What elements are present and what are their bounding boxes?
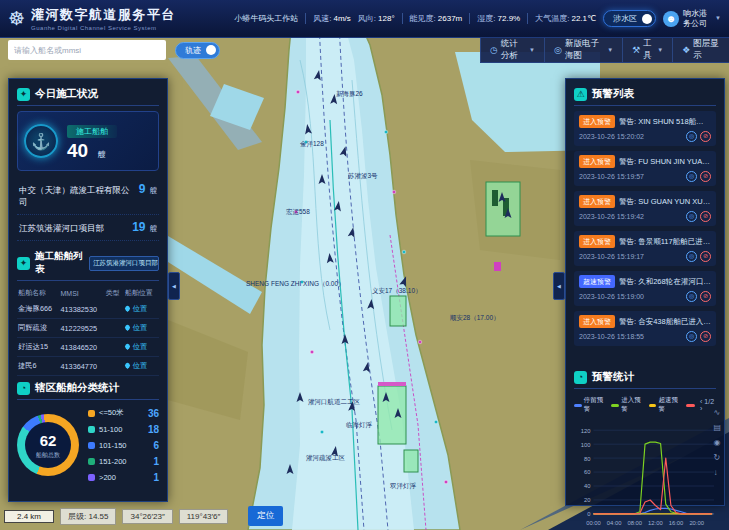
- alarm-bell-icon: ⚠: [574, 88, 587, 101]
- collapse-left-panel[interactable]: ◀: [168, 272, 180, 300]
- warning-time: 2023-10-26 15:18:55: [579, 333, 644, 340]
- dismiss-warning-icon[interactable]: ⊘: [700, 171, 711, 182]
- zone-toggle[interactable]: 涉水区: [603, 10, 656, 27]
- ship-type: [105, 338, 124, 357]
- latitude-readout: 34°26′23″: [122, 509, 172, 524]
- table-row[interactable]: 同辉疏浚412229525位置: [17, 319, 159, 338]
- location-link[interactable]: 位置: [133, 323, 148, 332]
- warning-item[interactable]: 进入预警警告: XIN SHUN 518船舶已进入【灌河口锚地】2023-10-…: [574, 111, 716, 146]
- moored-vessel: [492, 190, 498, 206]
- track-toggle[interactable]: 轨迹: [175, 42, 220, 59]
- series-name: 停留预警: [584, 396, 607, 414]
- legend-label: 151-200: [99, 457, 127, 466]
- table-row[interactable]: 宏海浚668413363556位置: [17, 376, 159, 377]
- track-vessel-icon[interactable]: ◎: [686, 211, 697, 222]
- track-vessel-icon[interactable]: ◎: [686, 291, 697, 302]
- unit-label: 艘: [150, 186, 158, 196]
- zone-toggle-label: 涉水区: [613, 13, 637, 24]
- svg-text:100: 100: [581, 442, 591, 448]
- ship-location-cell[interactable]: 位置: [124, 357, 159, 376]
- warning-stats-title: 预警统计: [592, 370, 634, 384]
- ship-location-cell[interactable]: 位置: [124, 376, 159, 377]
- menu-label: 统计分析: [501, 38, 526, 62]
- location-link[interactable]: 位置: [133, 304, 148, 313]
- menu-label: 新版电子海图: [565, 38, 604, 62]
- line-chart-icon[interactable]: ∿: [713, 409, 721, 417]
- table-header: 类型: [105, 286, 124, 300]
- map-label: 灌河口航道二工区: [308, 398, 361, 406]
- location-link[interactable]: 位置: [133, 342, 148, 351]
- data-view-icon[interactable]: ◉: [713, 439, 721, 447]
- track-vessel-icon[interactable]: ◎: [686, 331, 697, 342]
- dismiss-warning-icon[interactable]: ⊘: [700, 131, 711, 142]
- series-name: 进入预警: [621, 396, 644, 414]
- header-right: 小蟒牛码头工作站 风速:4m/s风向:128°能见度:2637m湿度:72.9%…: [234, 9, 721, 27]
- map-label: 宏运558: [286, 208, 310, 215]
- warning-item[interactable]: 超速预警警告: 久和268轮在灌河口2万吨级航道超速行驶2023-10-26 1…: [574, 271, 716, 306]
- dismiss-warning-icon[interactable]: ⊘: [700, 331, 711, 342]
- menu-item-2[interactable]: ◎新版电子海图▼: [544, 38, 622, 62]
- ship-table-wrap: 船舶名称MMSI类型船舶位置 金海豚666413382530位置同辉疏浚4122…: [17, 286, 159, 376]
- warning-item[interactable]: 进入预警警告: 合安438船舶已进入【灌河口锚地】2023-10-26 15:1…: [574, 311, 716, 346]
- ship-location-cell[interactable]: 位置: [124, 300, 159, 319]
- avatar: ☻: [663, 11, 679, 27]
- project-filter-select[interactable]: 江苏筑港灌河口项目部 ∨: [89, 256, 159, 271]
- pie-chart-icon: ◔: [17, 382, 30, 395]
- top-menubar: ◷统计分析▼◎新版电子海图▼⚒工具▼❖图层显示: [480, 38, 729, 63]
- construction-status-icon: ✦: [17, 88, 30, 101]
- bar-chart-icon[interactable]: ▤: [713, 424, 721, 432]
- station-label: 小蟒牛码头工作站: [234, 13, 298, 24]
- warning-time: 2023-10-26 15:19:00: [579, 293, 644, 300]
- series-marker: [686, 404, 695, 407]
- map-label: SHENG FENG ZHI XING（0.00）: [246, 280, 345, 288]
- weather-item: 大气温度:22.1℃: [535, 13, 596, 24]
- ship-location-cell[interactable]: 位置: [124, 338, 159, 357]
- chart-series-toggle[interactable]: 停留预警: [574, 396, 606, 414]
- ship-mmsi: 412229525: [59, 319, 104, 338]
- app-subtitle: Guanhe Digital Channel Service System: [31, 25, 176, 31]
- track-vessel-icon[interactable]: ◎: [686, 131, 697, 142]
- menu-item-1[interactable]: ◷统计分析▼: [480, 38, 544, 62]
- weather-strip: 风速:4m/s风向:128°能见度:2637m湿度:72.9%大气温度:22.1…: [313, 13, 596, 24]
- ship-location-cell[interactable]: 位置: [124, 319, 159, 338]
- restore-icon[interactable]: ↻: [713, 454, 721, 462]
- menu-item-4[interactable]: ❖图层显示: [672, 38, 729, 62]
- map-label: 临海灯浮: [346, 421, 373, 429]
- track-vessel-icon[interactable]: ◎: [686, 171, 697, 182]
- warning-list-title: 预警列表: [592, 87, 634, 101]
- map-label: 顺安28（17.00）: [450, 314, 500, 322]
- chevron-down-icon: ▼: [715, 15, 721, 22]
- dismiss-warning-icon[interactable]: ⊘: [700, 251, 711, 262]
- chart-series-toggle[interactable]: 进入预警: [611, 396, 643, 414]
- chart-icon: ◎: [554, 45, 562, 55]
- user-menu[interactable]: ☻ 响水港务公司 ▼: [663, 9, 721, 27]
- warning-list-header: ⚠ 预警列表: [574, 84, 716, 106]
- locate-button[interactable]: 定位: [248, 506, 283, 526]
- warning-item[interactable]: 进入预警警告: SU GUAN YUN XU0955船舶已进入【灌河口锚地】20…: [574, 191, 716, 226]
- svg-text:0: 0: [587, 511, 591, 517]
- track-vessel-icon[interactable]: ◎: [686, 251, 697, 262]
- menu-item-3[interactable]: ⚒工具▼: [622, 38, 672, 62]
- table-row[interactable]: 捷民6413364770位置: [17, 357, 159, 376]
- collapse-right-panel[interactable]: ◀: [553, 272, 565, 300]
- stat-label: 施工船舶: [67, 125, 117, 138]
- chart-series-toggle[interactable]: [686, 404, 695, 407]
- table-row[interactable]: 好运达15413846520位置: [17, 338, 159, 357]
- warning-message: 警告: 鲁景顺117船舶已进入施工警戒区域: [619, 237, 711, 247]
- ship-search-input[interactable]: [8, 40, 166, 60]
- ship-mmsi: 413382530: [59, 300, 104, 319]
- ship-list-header: ✦ 施工船舶列表 江苏筑港灌河口项目部 ∨: [17, 247, 159, 281]
- dismiss-warning-icon[interactable]: ⊘: [700, 291, 711, 302]
- ship-name: 金海豚666: [17, 300, 59, 319]
- warning-item[interactable]: 进入预警警告: 鲁景顺117船舶已进入施工警戒区域2023-10-26 15:1…: [574, 231, 716, 266]
- company-stats: 中交（天津）疏浚工程有限公司9艘江苏筑港灌河口项目部19艘: [17, 177, 159, 241]
- table-row[interactable]: 金海豚666413382530位置: [17, 300, 159, 319]
- dismiss-warning-icon[interactable]: ⊘: [700, 211, 711, 222]
- series-marker: [611, 404, 619, 407]
- chart-series-toggle[interactable]: 超速预警: [649, 396, 681, 414]
- location-link[interactable]: 位置: [133, 361, 148, 370]
- class-stats-header: ◔ 辖区船舶分类统计: [17, 378, 159, 400]
- warning-item[interactable]: 进入预警警告: FU SHUN JIN YUAN船舶已进入【灌河口锚地】2023…: [574, 151, 716, 186]
- download-icon[interactable]: ↓: [713, 469, 721, 477]
- chevron-down-icon: ▼: [607, 47, 613, 53]
